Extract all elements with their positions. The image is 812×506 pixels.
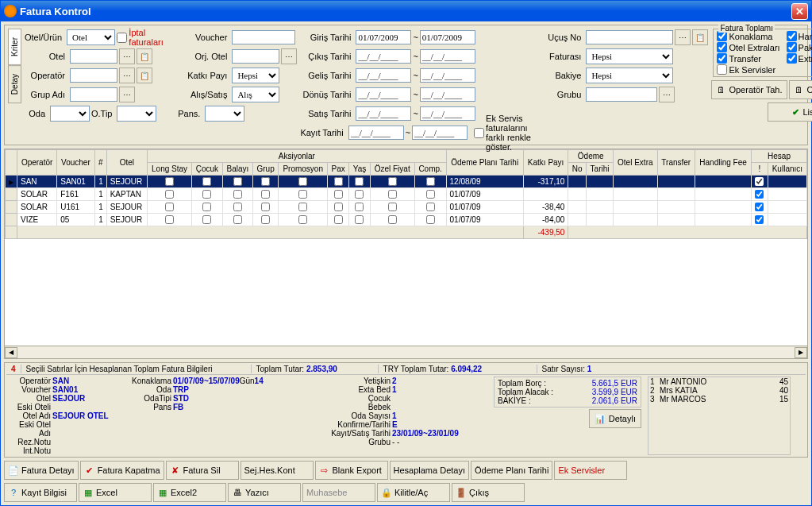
satis-label: Satış Tarihi <box>300 109 354 118</box>
alissatis-select[interactable]: Alış <box>232 87 279 102</box>
kayit-from-input[interactable] <box>348 126 404 140</box>
operator-input[interactable] <box>70 68 117 83</box>
hesaplama-detayi-button[interactable]: Hesaplama Detayı <box>390 461 470 480</box>
col-pax[interactable]: Pax <box>328 163 349 176</box>
otel-urun-select[interactable]: Otel <box>67 29 115 45</box>
grubu-lookup-button[interactable]: ⋯ <box>659 87 675 102</box>
chk-ek-servisler[interactable] <box>717 64 727 75</box>
col-promosyon[interactable]: Promosyon <box>279 163 328 176</box>
grup-lookup-button[interactable]: ⋯ <box>119 87 135 102</box>
horizontal-scrollbar[interactable]: ◀ ▶ <box>5 346 807 358</box>
ucus-input[interactable] <box>586 30 673 44</box>
col-no[interactable]: # <box>94 150 106 176</box>
grup-label: Grup Adı <box>25 90 68 99</box>
scroll-left-button[interactable]: ◀ <box>5 347 17 358</box>
kayit-bilgisi-button[interactable]: ?Kayıt Bilgisi <box>4 483 77 502</box>
col-transfer[interactable]: Transfer <box>657 150 695 176</box>
pans-label: Pans. <box>176 109 203 118</box>
table-row[interactable]: SOLARF1611KAPTAN01/07/09 <box>6 188 807 201</box>
col-kullanici[interactable]: Kullanıcı <box>768 163 806 176</box>
table-row[interactable]: SOLARU1611SEJOUR01/07/09-38,40 <box>6 201 807 214</box>
orj-lookup-button[interactable]: ⋯ <box>281 48 297 64</box>
donus-from-input[interactable] <box>356 87 411 102</box>
chk-transfer[interactable] <box>717 53 727 64</box>
excel2-button[interactable]: ▦Excel2 <box>153 483 226 502</box>
giris-from-input[interactable] <box>356 30 411 44</box>
odeme-plani-button[interactable]: Ödeme Planı Tarihi <box>471 461 552 480</box>
detayli-button[interactable]: 📊Detaylı <box>589 409 641 428</box>
bakiye-select[interactable]: Hepsi <box>586 68 673 83</box>
excel-button[interactable]: ▦Excel <box>79 483 152 502</box>
yazici-button[interactable]: 🖶Yazıcı <box>228 483 301 502</box>
fatura-sil-button[interactable]: ✘Fatura Sil <box>166 461 239 480</box>
chk-paket[interactable] <box>787 42 797 52</box>
close-button[interactable]: ✕ <box>791 3 808 20</box>
voucher-input[interactable] <box>232 30 295 44</box>
cikis-from-input[interactable] <box>356 49 411 64</box>
faturasi-select[interactable]: Hepsi <box>586 48 673 64</box>
gelis-to-input[interactable] <box>420 68 475 83</box>
col-handling[interactable]: Handling Fee <box>695 150 752 176</box>
operator-lookup-button[interactable]: ⋯ <box>119 68 135 83</box>
tab-kriter[interactable]: Kriter <box>8 29 21 65</box>
satis-to-input[interactable] <box>420 106 475 121</box>
oda-select[interactable] <box>50 106 90 122</box>
doc-icon: 📄 <box>8 465 19 476</box>
sej-hes-button[interactable]: Sej.Hes.Kont <box>241 461 314 480</box>
grup-input[interactable] <box>70 87 117 102</box>
col-comp[interactable]: Comp. <box>414 163 446 176</box>
secili-label: Seçili Satırlar İçin Hesaplanan Toplam F… <box>21 365 252 373</box>
ucus-lookup-button[interactable]: ⋯ <box>675 29 691 45</box>
cikis-to-input[interactable] <box>420 49 475 64</box>
otel-clear-button[interactable]: 📋 <box>137 48 152 64</box>
ekservis-renk-checkbox[interactable] <box>474 128 484 138</box>
col-odeme-plani[interactable]: Ödeme Planı Tarihi <box>446 150 523 176</box>
satis-from-input[interactable] <box>356 106 411 121</box>
otip-select[interactable] <box>117 106 156 122</box>
operator-tah-button[interactable]: 🗓Operatör Tah. <box>711 80 787 99</box>
operator-clear-button[interactable]: 📋 <box>137 68 152 83</box>
chk-otel-extra[interactable] <box>717 42 727 52</box>
col-yas[interactable]: Yaş <box>349 163 370 176</box>
cikis-button[interactable]: 🚪Çıkış <box>452 483 525 502</box>
col-voucher[interactable]: Voucher <box>57 150 94 176</box>
fatura-kapatma-button[interactable]: ✔Fatura Kapatma <box>80 461 164 480</box>
blank-export-button[interactable]: ⇨Blank Export <box>315 461 388 480</box>
col-operator[interactable]: Operatör <box>17 150 57 176</box>
chk-handling[interactable] <box>787 31 797 41</box>
col-katki[interactable]: Katkı Payı <box>523 150 568 176</box>
ucus-clear-button[interactable]: 📋 <box>692 29 708 45</box>
fatura-detayi-button[interactable]: 📄Fatura Detayı <box>4 461 79 480</box>
ek-servisler-button[interactable]: Ek Servisler <box>554 461 627 480</box>
chk-extra-gelir[interactable] <box>787 53 797 64</box>
col-odeme-tarihi[interactable]: Tarihi <box>586 163 613 176</box>
col-odeme-no[interactable]: No <box>568 163 587 176</box>
col-grup[interactable]: Grup <box>252 163 278 176</box>
kayit-to-input[interactable] <box>412 126 468 140</box>
gelis-from-input[interactable] <box>356 68 411 83</box>
col-cocuk[interactable]: Çocuk <box>192 163 223 176</box>
otel-odemeleri-button[interactable]: 🗓Otel Ödemeleri <box>789 80 812 99</box>
table-row[interactable]: VIZE051SEJOUR01/07/09-84,00 <box>6 214 807 226</box>
col-otel-extra[interactable]: Otel Extra <box>614 150 657 176</box>
otel-lookup-button[interactable]: ⋯ <box>119 48 135 64</box>
pans-select[interactable] <box>205 106 244 122</box>
katki-select[interactable]: Hepsi <box>232 68 279 83</box>
col-ozel[interactable]: Özel Fiyat <box>370 163 414 176</box>
grubu-input[interactable] <box>586 87 657 102</box>
otel-input[interactable] <box>70 49 117 64</box>
scroll-right-button[interactable]: ▶ <box>795 347 807 358</box>
tab-detay[interactable]: Detay <box>8 65 21 103</box>
listele-button[interactable]: ✔Listele (F5) <box>768 102 812 122</box>
kilitle-button[interactable]: 🔒Kilitle/Aç <box>377 483 450 502</box>
col-balayi[interactable]: Balayı <box>222 163 252 176</box>
donus-to-input[interactable] <box>420 87 475 102</box>
table-row[interactable]: SANSAN011SEJOUR12/08/09-317,10 <box>6 176 807 188</box>
col-longstay[interactable]: Long Stay <box>148 163 192 176</box>
iptal-checkbox[interactable] <box>117 33 127 43</box>
giris-to-input[interactable] <box>420 30 475 44</box>
orj-otel-input[interactable] <box>232 49 279 64</box>
col-excl[interactable]: ! <box>752 163 768 176</box>
fatura-toplami-group: Fatura Toplamı Konaklama Otel Extraları … <box>713 29 812 77</box>
col-otel[interactable]: Otel <box>106 150 147 176</box>
